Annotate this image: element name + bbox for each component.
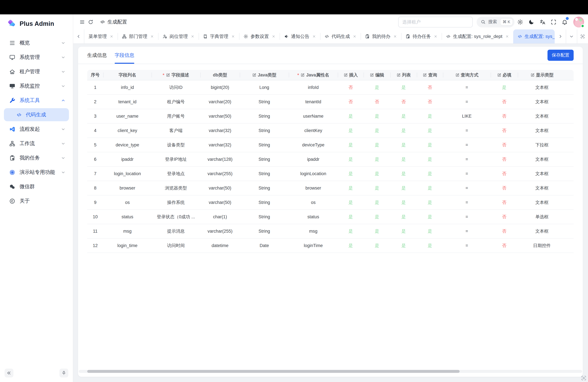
horizontal-scrollbar-thumb[interactable]: [87, 370, 460, 373]
cell-6-4[interactable]: String: [240, 171, 289, 176]
close-tab-icon[interactable]: [110, 35, 113, 38]
cell-0-11[interactable]: 是: [491, 85, 518, 90]
corner-resize-icon[interactable]: [581, 375, 587, 381]
settings-button[interactable]: [514, 16, 525, 27]
cell-7-6[interactable]: 是: [338, 185, 364, 191]
cell-1-12[interactable]: 文本框: [518, 99, 566, 105]
notifications-button[interactable]: [559, 16, 570, 27]
workspace-tab-10[interactable]: 生成配置: sys_lo: [513, 29, 555, 43]
cell-2-12[interactable]: 文本框: [518, 113, 566, 119]
cell-8-10[interactable]: =: [443, 200, 491, 205]
cell-5-6[interactable]: 是: [338, 156, 364, 162]
cell-4-7[interactable]: 是: [364, 142, 390, 148]
cell-2-8[interactable]: 是: [390, 113, 417, 119]
workspace-tab-0[interactable]: 菜单管理: [84, 29, 118, 43]
cell-2-11[interactable]: 否: [491, 113, 518, 119]
sidebar-collapse-button[interactable]: [5, 369, 13, 377]
cell-3-7[interactable]: 是: [364, 127, 390, 133]
cell-10-9[interactable]: 是: [417, 228, 443, 234]
workspace-tab-1[interactable]: 部门管理: [118, 29, 158, 43]
cell-3-10[interactable]: =: [443, 128, 491, 133]
cell-5-12[interactable]: 文本框: [518, 156, 566, 162]
cell-1-4[interactable]: String: [240, 99, 289, 104]
dark-mode-button[interactable]: [525, 16, 537, 27]
sidebar-pin-button[interactable]: [60, 369, 68, 377]
cell-9-4[interactable]: String: [240, 214, 289, 219]
cell-8-8[interactable]: 是: [390, 199, 417, 205]
cell-9-2[interactable]: 登录状态（0成功 ...: [152, 214, 200, 220]
workspace-tab-5[interactable]: 通知公告: [280, 29, 320, 43]
close-tab-icon[interactable]: [150, 35, 154, 38]
cell-9-9[interactable]: 是: [417, 214, 443, 220]
cell-8-9[interactable]: 是: [417, 199, 443, 205]
cell-1-2[interactable]: 租户编号: [152, 99, 200, 105]
cell-5-5[interactable]: ipaddr: [289, 157, 338, 162]
cell-3-11[interactable]: 否: [491, 127, 518, 133]
cell-10-10[interactable]: =: [443, 229, 491, 234]
cell-0-6[interactable]: 否: [338, 85, 364, 90]
cell-0-7[interactable]: 是: [364, 85, 390, 90]
save-config-button[interactable]: 保存配置: [547, 50, 574, 61]
cell-6-5[interactable]: loginLocation: [289, 171, 338, 176]
cell-9-5[interactable]: status: [289, 214, 338, 219]
close-tab-icon[interactable]: [353, 35, 357, 38]
cell-11-2[interactable]: 访问时间: [152, 243, 200, 249]
cell-7-2[interactable]: 浏览器类型: [152, 185, 200, 191]
cell-5-8[interactable]: 是: [390, 156, 417, 162]
global-search-button[interactable]: 搜索 ⌘ K: [476, 17, 514, 27]
cell-2-7[interactable]: 是: [364, 113, 390, 119]
cell-5-9[interactable]: 是: [417, 156, 443, 162]
workspace-tab-7[interactable]: 我的待办: [361, 29, 401, 43]
cell-7-10[interactable]: =: [443, 186, 491, 191]
cell-3-9[interactable]: 是: [417, 127, 443, 133]
cell-11-8[interactable]: 是: [390, 243, 417, 249]
cell-1-8[interactable]: 否: [390, 99, 417, 105]
cell-11-12[interactable]: 日期控件: [518, 243, 566, 249]
cell-8-11[interactable]: 否: [491, 199, 518, 205]
cell-5-2[interactable]: 登录IP地址: [152, 156, 200, 162]
sidebar-item-0[interactable]: 概览: [4, 36, 69, 49]
cell-2-10[interactable]: LIKE: [443, 114, 491, 119]
sidebar-item-8[interactable]: 演示站专用功能: [4, 166, 69, 179]
sidebar-item-1[interactable]: 系统管理: [4, 51, 69, 64]
cell-11-10[interactable]: =: [443, 243, 491, 248]
cell-10-6[interactable]: 是: [338, 228, 364, 234]
close-tab-icon[interactable]: [393, 35, 397, 38]
cell-7-12[interactable]: 文本框: [518, 185, 566, 191]
cell-11-4[interactable]: Date: [240, 243, 289, 248]
cell-9-10[interactable]: =: [443, 214, 491, 219]
cell-5-4[interactable]: String: [240, 157, 289, 162]
cell-9-6[interactable]: 是: [338, 214, 364, 220]
cell-2-4[interactable]: String: [240, 114, 289, 119]
cell-7-4[interactable]: String: [240, 186, 289, 191]
cell-0-2[interactable]: 访问ID: [152, 85, 200, 90]
cell-8-5[interactable]: os: [289, 200, 338, 205]
cell-8-6[interactable]: 是: [338, 199, 364, 205]
sidebar-item-2[interactable]: 租户管理: [4, 65, 69, 78]
cell-8-2[interactable]: 操作系统: [152, 199, 200, 205]
cell-5-11[interactable]: 否: [491, 156, 518, 162]
cell-8-12[interactable]: 文本框: [518, 199, 566, 205]
menu-toggle-button[interactable]: [78, 18, 86, 26]
cell-9-7[interactable]: 是: [364, 214, 390, 220]
tabs-dropdown-button[interactable]: [566, 29, 577, 43]
cell-7-11[interactable]: 否: [491, 185, 518, 191]
cell-3-5[interactable]: clientKey: [289, 128, 338, 133]
cell-1-6[interactable]: 否: [338, 99, 364, 105]
cell-11-6[interactable]: 是: [338, 243, 364, 249]
cell-4-12[interactable]: 下拉框: [518, 142, 566, 148]
sidebar-subitem-4-0[interactable]: 代码生成: [4, 108, 69, 121]
cell-4-5[interactable]: deviceType: [289, 143, 338, 147]
cell-11-5[interactable]: loginTime: [289, 243, 338, 248]
cell-6-11[interactable]: 否: [491, 171, 518, 177]
cell-8-4[interactable]: String: [240, 200, 289, 205]
sidebar-item-9[interactable]: 微信群: [4, 180, 69, 193]
sidebar-item-6[interactable]: 工作流: [4, 137, 69, 150]
close-tab-icon[interactable]: [272, 35, 275, 38]
cell-10-7[interactable]: 是: [364, 228, 390, 234]
cell-1-5[interactable]: tenantId: [289, 99, 338, 104]
workspace-tab-3[interactable]: 字典管理: [199, 29, 239, 43]
cell-3-6[interactable]: 是: [338, 127, 364, 133]
close-tab-icon[interactable]: [505, 35, 509, 38]
user-avatar[interactable]: [573, 17, 584, 27]
